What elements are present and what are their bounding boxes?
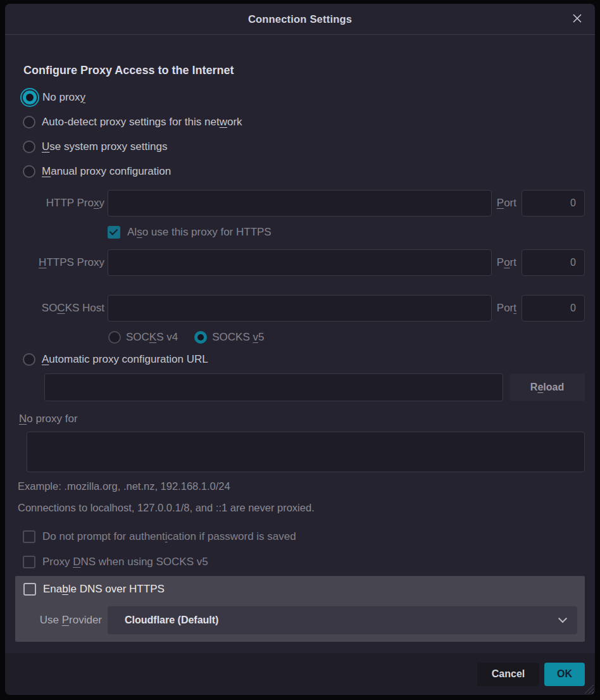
radio-row-no-proxy[interactable]: No proxy bbox=[23, 85, 585, 109]
no-prompt-auth-checkbox[interactable] bbox=[23, 530, 35, 543]
provider-dropdown-value: Cloudflare (Default) bbox=[125, 615, 218, 626]
reload-button[interactable]: Reload bbox=[509, 373, 585, 401]
enable-doh-label: Enable DNS over HTTPS bbox=[43, 583, 165, 596]
provider-dropdown[interactable]: Cloudflare (Default) bbox=[108, 606, 577, 634]
proxy-dns-row[interactable]: Proxy DNS when using SOCKS v5 bbox=[23, 556, 585, 568]
chevron-down-icon bbox=[558, 614, 567, 623]
connection-settings-dialog: Connection Settings Configure Proxy Acce… bbox=[5, 4, 595, 695]
radio-row-manual-proxy[interactable]: Manual proxy configuration bbox=[23, 159, 585, 184]
socks-port-input[interactable] bbox=[522, 295, 585, 322]
radio-auto-url-label: Automatic proxy configuration URL bbox=[42, 353, 208, 366]
radio-manual-proxy[interactable] bbox=[23, 165, 35, 178]
doh-section: Enable DNS over HTTPS Use Provider Cloud… bbox=[15, 576, 585, 642]
radio-system-proxy-label: Use system proxy settings bbox=[42, 141, 167, 153]
socks-port-label: Port bbox=[492, 302, 522, 315]
proxy-dns-label: Proxy DNS when using SOCKS v5 bbox=[42, 556, 208, 568]
resize-grip[interactable] bbox=[584, 684, 594, 694]
no-prompt-auth-row[interactable]: Do not prompt for authentication if pass… bbox=[23, 530, 585, 543]
socks-host-input[interactable] bbox=[108, 295, 492, 322]
https-proxy-input[interactable] bbox=[108, 249, 492, 276]
http-proxy-input[interactable] bbox=[108, 190, 492, 216]
dialog-content: Configure Proxy Access to the Internet N… bbox=[5, 35, 595, 653]
localhost-note-text: Connections to localhost, 127.0.0.1/8, a… bbox=[18, 502, 585, 514]
use-provider-label: Use Provider bbox=[23, 614, 108, 627]
radio-row-auto-url[interactable]: Automatic proxy configuration URL bbox=[23, 351, 585, 368]
radio-auto-detect-label: Auto-detect proxy settings for this netw… bbox=[42, 116, 242, 128]
enable-doh-row[interactable]: Enable DNS over HTTPS bbox=[23, 583, 577, 596]
radio-system-proxy[interactable] bbox=[23, 141, 35, 153]
http-port-label: Port bbox=[492, 197, 522, 209]
dialog-footer: Cancel OK bbox=[5, 653, 595, 695]
radio-socks-v4[interactable] bbox=[108, 331, 121, 344]
radio-no-proxy-label: No proxy bbox=[42, 91, 85, 104]
radio-auto-detect[interactable] bbox=[23, 116, 35, 128]
no-proxy-example-text: Example: .mozilla.org, .net.nz, 192.168.… bbox=[18, 480, 585, 492]
https-proxy-label: HTTPS Proxy bbox=[15, 256, 108, 269]
dialog-title: Connection Settings bbox=[248, 13, 352, 25]
radio-socks-v5[interactable] bbox=[194, 331, 207, 344]
page-title: Configure Proxy Access to the Internet bbox=[23, 64, 585, 77]
radio-no-proxy[interactable] bbox=[23, 91, 37, 104]
radio-auto-url[interactable] bbox=[23, 353, 35, 366]
http-proxy-row: HTTP Proxy Port bbox=[15, 190, 585, 216]
radio-row-system-proxy[interactable]: Use system proxy settings bbox=[23, 134, 585, 159]
proxy-mode-group: No proxy Auto-detect proxy settings for … bbox=[15, 85, 585, 184]
radio-manual-proxy-label: Manual proxy configuration bbox=[42, 165, 171, 178]
https-port-label: Port bbox=[492, 256, 522, 269]
https-proxy-row: HTTPS Proxy Port bbox=[15, 249, 585, 276]
close-icon bbox=[572, 13, 582, 25]
ok-button[interactable]: OK bbox=[544, 663, 585, 686]
radio-row-auto-detect[interactable]: Auto-detect proxy settings for this netw… bbox=[23, 109, 585, 134]
cancel-button[interactable]: Cancel bbox=[477, 663, 539, 686]
proxy-dns-checkbox[interactable] bbox=[23, 556, 35, 568]
radio-socks-v4-label: SOCKS v4 bbox=[126, 331, 178, 344]
close-button[interactable] bbox=[570, 12, 584, 26]
http-proxy-label: HTTP Proxy bbox=[15, 197, 108, 209]
https-port-input[interactable] bbox=[522, 249, 585, 276]
also-https-row[interactable]: Also use this proxy for HTTPS bbox=[108, 225, 585, 240]
provider-row: Use Provider Cloudflare (Default) bbox=[23, 606, 577, 634]
no-proxy-for-label: No proxy for bbox=[19, 413, 585, 425]
dialog-titlebar: Connection Settings bbox=[5, 4, 595, 35]
radio-socks-v5-label: SOCKS v5 bbox=[212, 331, 264, 344]
no-prompt-auth-label: Do not prompt for authentication if pass… bbox=[42, 530, 296, 543]
socks-host-row: SOCKS Host Port bbox=[15, 295, 585, 322]
enable-doh-checkbox[interactable] bbox=[23, 583, 36, 596]
also-https-checkbox[interactable] bbox=[108, 226, 120, 239]
also-https-label: Also use this proxy for HTTPS bbox=[127, 226, 272, 239]
auto-config-url-row: Reload bbox=[44, 373, 585, 401]
http-port-input[interactable] bbox=[522, 190, 585, 216]
socks-version-row: SOCKS v4 SOCKS v5 bbox=[108, 330, 585, 344]
no-proxy-for-textarea[interactable] bbox=[27, 432, 585, 472]
auto-config-url-input[interactable] bbox=[44, 373, 503, 401]
socks-host-label: SOCKS Host bbox=[15, 302, 108, 315]
